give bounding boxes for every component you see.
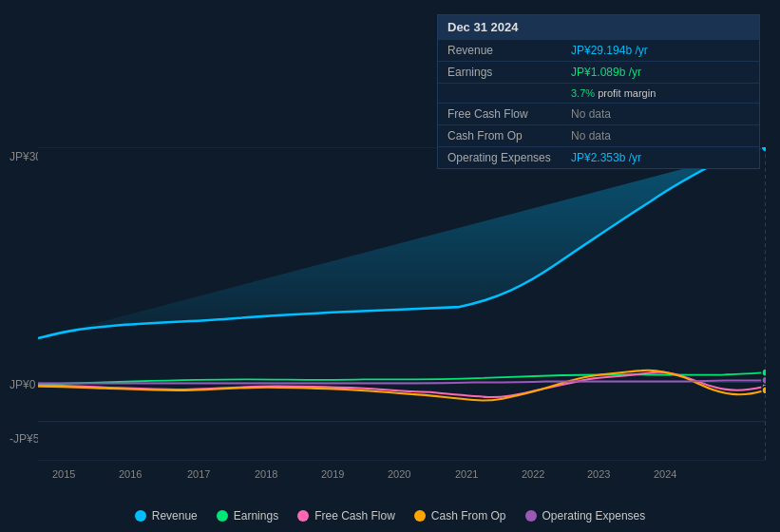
chart-svg bbox=[38, 147, 766, 461]
tooltip-free-cash-flow: Free Cash Flow No data bbox=[438, 103, 759, 124]
tooltip-profit-margin: 3.7% profit margin bbox=[438, 83, 759, 103]
svg-point-7 bbox=[762, 369, 766, 376]
x-label-2020: 2020 bbox=[388, 468, 410, 480]
x-label-2022: 2022 bbox=[522, 468, 544, 480]
legend-operating-expenses[interactable]: Operating Expenses bbox=[525, 509, 646, 522]
tooltip-earnings: Earnings JP¥1.089b /yr bbox=[438, 61, 759, 83]
x-label-2024: 2024 bbox=[654, 468, 676, 480]
x-label-2015: 2015 bbox=[52, 468, 75, 480]
tooltip-cash-from-op: Cash From Op No data bbox=[438, 124, 759, 146]
legend-dot-operating-expenses bbox=[525, 510, 537, 522]
svg-point-10 bbox=[762, 376, 766, 384]
chart-area bbox=[38, 147, 766, 461]
chart-container: Dec 31 2024 Revenue JP¥29.194b /yr Earni… bbox=[0, 0, 780, 532]
legend-label-operating-expenses: Operating Expenses bbox=[542, 509, 646, 522]
legend-label-cash-from-op: Cash From Op bbox=[431, 509, 506, 522]
legend-earnings[interactable]: Earnings bbox=[217, 509, 278, 522]
x-label-2016: 2016 bbox=[119, 468, 142, 480]
x-label-2023: 2023 bbox=[587, 468, 610, 480]
tooltip-title: Dec 31 2024 bbox=[438, 15, 759, 39]
x-label-2018: 2018 bbox=[255, 468, 277, 480]
legend-free-cash-flow[interactable]: Free Cash Flow bbox=[297, 509, 395, 522]
legend-dot-earnings bbox=[217, 510, 228, 522]
y-label-0: JP¥0 bbox=[10, 378, 35, 391]
legend-dot-free-cash-flow bbox=[297, 510, 309, 522]
tooltip-revenue: Revenue JP¥29.194b /yr bbox=[438, 39, 759, 61]
x-label-2017: 2017 bbox=[187, 468, 210, 480]
legend-dot-revenue bbox=[135, 510, 146, 522]
tooltip-operating-expenses: Operating Expenses JP¥2.353b /yr bbox=[438, 146, 759, 168]
tooltip-box: Dec 31 2024 Revenue JP¥29.194b /yr Earni… bbox=[437, 14, 760, 169]
svg-point-9 bbox=[762, 387, 766, 394]
legend-label-free-cash-flow: Free Cash Flow bbox=[314, 509, 395, 522]
legend-cash-from-op[interactable]: Cash From Op bbox=[414, 509, 506, 522]
legend-revenue[interactable]: Revenue bbox=[135, 509, 198, 522]
legend-label-revenue: Revenue bbox=[152, 509, 198, 522]
legend: Revenue Earnings Free Cash Flow Cash Fro… bbox=[0, 509, 780, 522]
x-label-2019: 2019 bbox=[321, 468, 344, 480]
x-label-2021: 2021 bbox=[455, 468, 478, 480]
legend-dot-cash-from-op bbox=[414, 510, 426, 522]
legend-label-earnings: Earnings bbox=[234, 509, 278, 522]
